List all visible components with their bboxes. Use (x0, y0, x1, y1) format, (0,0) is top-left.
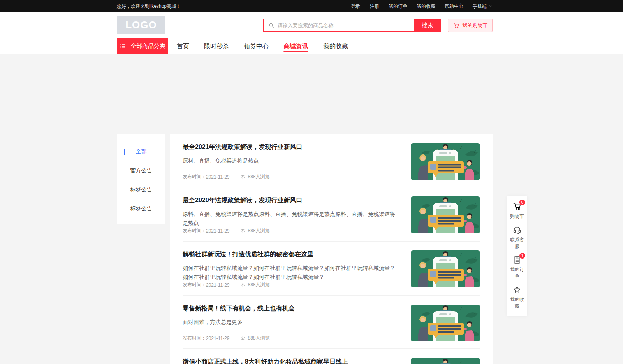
view-count: 888人浏览 (248, 335, 270, 341)
article-title[interactable]: 零售新格局！线下有机会，线上也有机会 (183, 304, 398, 312)
help-center-link[interactable]: 帮助中心 (445, 3, 463, 10)
headset-icon (512, 225, 522, 234)
article-thumbnail[interactable] (411, 143, 480, 180)
article-title[interactable]: 最全2020年法规政策解读，发现行业新风口 (183, 196, 398, 204)
view-count: 888人浏览 (248, 173, 270, 180)
eye-icon (240, 174, 246, 180)
article-desc: 原料、直播、免税渠道将是热点原料、直播、免税渠道将是热点原料、直播、免税渠道将是… (183, 210, 398, 228)
eye-icon (240, 228, 246, 234)
sidebar-item-official-notice[interactable]: 官方公告 (117, 161, 165, 180)
cart-badge: 0 (519, 200, 525, 205)
my-cart-button[interactable]: 我的购物车 (448, 19, 493, 32)
article-row[interactable]: 微信小商店正式上线，8大利好助力化妆品私域商家早日线上 发布时间： 2021-1… (183, 349, 480, 364)
article-title[interactable]: 解锁社群新玩法！打造优质社群的秘密都在这里 (183, 250, 398, 258)
cart-icon (453, 22, 460, 29)
float-my-favorites[interactable]: 我的收藏 (510, 285, 524, 310)
float-my-orders[interactable]: 1 我的订单 (510, 255, 524, 280)
sidebar-item-tag-notice-1[interactable]: 标签公告 (117, 180, 165, 199)
article-thumbnail[interactable] (411, 304, 480, 341)
article-desc: 面对困难，方法总是更多 (183, 318, 398, 327)
topbar-links: 登录 注册 我的订单 我的收藏 帮助中心 手机端 (351, 3, 493, 10)
welcome-text: 您好，欢迎来到likeshop商城！ (117, 3, 181, 10)
nav-item-favorites[interactable]: 我的收藏 (323, 38, 348, 54)
article-desc: 如何在社群里玩转私域流量？如何在社群里玩转私域流量？如何在社群里玩转私域流量？如… (183, 264, 398, 282)
article-thumbnail[interactable] (411, 250, 480, 287)
nav-item-news[interactable]: 商城资讯 (283, 38, 308, 54)
article-row[interactable]: 最全2021年法规政策解读，发现行业新风口 原料、直播、免税渠道将是热点 发布时… (183, 134, 480, 187)
publish-date: 2021-11-29 (206, 336, 230, 341)
topbar: 您好，欢迎来到likeshop商城！ 登录 注册 我的订单 我的收藏 帮助中心 … (0, 0, 623, 12)
mobile-link[interactable]: 手机端 (473, 3, 493, 10)
publish-date: 2021-11-29 (206, 174, 230, 180)
article-meta: 发布时间： 2021-11-29 888人浏览 (183, 282, 398, 288)
publish-time-label: 发布时间： (183, 228, 206, 234)
register-link[interactable]: 注册 (370, 3, 379, 10)
article-title[interactable]: 最全2021年法规政策解读，发现行业新风口 (183, 143, 398, 151)
search-button[interactable]: 搜索 (414, 19, 441, 32)
search-input[interactable] (278, 19, 414, 31)
article-meta: 发布时间： 2021-11-29 888人浏览 (183, 228, 398, 234)
news-category-sidebar: 全部 官方公告 标签公告 标签公告 (117, 134, 165, 224)
article-row[interactable]: 最全2020年法规政策解读，发现行业新风口 原料、直播、免税渠道将是热点原料、直… (183, 187, 480, 242)
logo[interactable]: LOGO (117, 16, 165, 34)
category-menu-icon (120, 43, 127, 50)
article-list: 最全2021年法规政策解读，发现行业新风口 原料、直播、免税渠道将是热点 发布时… (170, 134, 493, 364)
sidebar-item-all[interactable]: 全部 (117, 142, 165, 161)
article-thumbnail[interactable] (411, 196, 480, 233)
my-favorites-link[interactable]: 我的收藏 (417, 3, 435, 10)
view-count: 888人浏览 (248, 282, 270, 288)
publish-time-label: 发布时间： (183, 173, 206, 180)
main-nav: 全部商品分类 首页 限时秒杀 领券中心 商城资讯 我的收藏 (0, 38, 623, 54)
nav-item-seckill[interactable]: 限时秒杀 (204, 38, 229, 54)
article-meta: 发布时间： 2021-11-29 888人浏览 (183, 173, 398, 180)
view-count: 888人浏览 (248, 228, 270, 234)
nav-item-coupons[interactable]: 领券中心 (244, 38, 269, 54)
all-categories-button[interactable]: 全部商品分类 (117, 38, 168, 54)
page: 您好，欢迎来到likeshop商城！ 登录 注册 我的订单 我的收藏 帮助中心 … (0, 0, 623, 364)
chevron-down-icon (489, 4, 493, 8)
float-customer-service[interactable]: 联系客服 (510, 225, 524, 250)
header: LOGO 搜索 我的购物车 全部商品分类 首页 限时秒杀 领券中心 商城资讯 我… (0, 12, 623, 54)
search-icon (268, 22, 275, 28)
article-title[interactable]: 微信小商店正式上线，8大利好助力化妆品私域商家早日线上 (183, 358, 398, 364)
float-side-menu: 0 购物车 联系客服 1 我的订单 我的收藏 (507, 196, 527, 316)
my-orders-link[interactable]: 我的订单 (389, 3, 407, 10)
search-bar: 搜索 (263, 19, 441, 32)
eye-icon (240, 282, 246, 288)
publish-date: 2021-11-29 (206, 228, 230, 234)
article-meta: 发布时间： 2021-11-29 888人浏览 (183, 335, 398, 341)
star-icon (512, 285, 522, 294)
sidebar-item-tag-notice-2[interactable]: 标签公告 (117, 199, 165, 218)
nav-item-home[interactable]: 首页 (177, 38, 189, 54)
article-row[interactable]: 零售新格局！线下有机会，线上也有机会 面对困难，方法总是更多 发布时间： 202… (183, 296, 480, 349)
orders-badge: 1 (519, 253, 525, 259)
float-cart[interactable]: 0 购物车 (510, 202, 524, 220)
publish-time-label: 发布时间： (183, 335, 206, 341)
article-row[interactable]: 解锁社群新玩法！打造优质社群的秘密都在这里 如何在社群里玩转私域流量？如何在社群… (183, 242, 480, 296)
article-thumbnail[interactable] (411, 358, 480, 364)
publish-date: 2021-11-29 (206, 282, 230, 288)
article-desc: 原料、直播、免税渠道将是热点 (183, 156, 398, 165)
publish-time-label: 发布时间： (183, 282, 206, 288)
eye-icon (240, 335, 246, 341)
login-link[interactable]: 登录 (351, 3, 360, 10)
divider (365, 4, 365, 9)
